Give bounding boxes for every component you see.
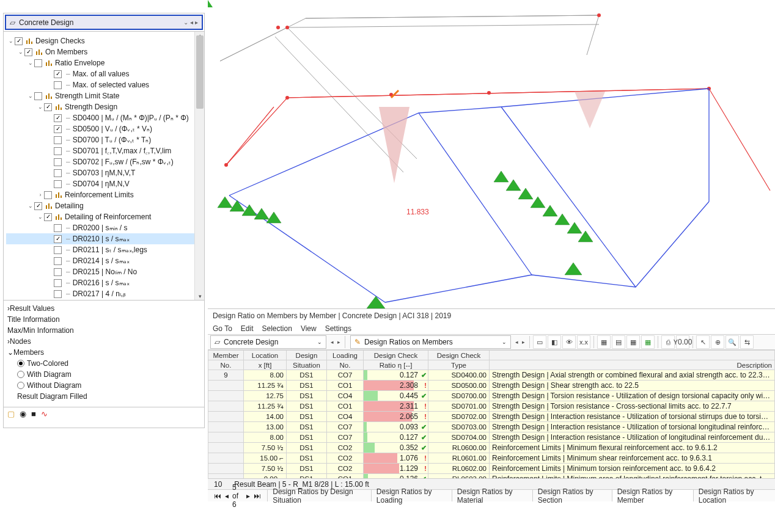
col-type-2[interactable]: Type [428, 360, 490, 370]
tree-checkbox[interactable] [54, 125, 62, 133]
scroll-down-icon[interactable]: ▾ [195, 291, 204, 300]
combo-next-icon[interactable]: ▸ [336, 339, 342, 345]
toolbar-btn-12[interactable]: ⊕ [711, 335, 724, 349]
toolbar-btn-2[interactable]: ◧ [548, 335, 561, 349]
pager-last-icon[interactable]: ⏭ [254, 492, 261, 500]
col-member-2[interactable]: No. [208, 360, 244, 370]
table-row[interactable]: 12.75DS1CO40.445✔SD0700.00Strength Desig… [208, 391, 775, 401]
footer-icon-1[interactable]: ▢ [7, 409, 15, 418]
chevron-down-icon[interactable]: ⌄ [183, 19, 188, 26]
tree-item[interactable]: –DR0211 | sₜ / sₘₐₓ,legs [6, 244, 202, 255]
lower-tree-item[interactable]: ⌄Members [6, 347, 202, 358]
tree-radio[interactable] [17, 382, 24, 389]
tree-checkbox[interactable] [54, 235, 62, 243]
combo-prev-icon[interactable]: ◂ [329, 339, 336, 345]
col-desc-1[interactable] [490, 351, 775, 360]
table-row[interactable]: 13.00DS1CO70.093✔SD0703.00Strength Desig… [208, 422, 775, 432]
results-tab[interactable]: Design Ratios by Design Situation [267, 490, 371, 501]
tree-item[interactable]: ⌄Strength Limit State [6, 90, 202, 101]
toolbar-btn-13[interactable]: 🔍 [725, 335, 739, 349]
tree-caret-icon[interactable]: ⌄ [7, 348, 13, 357]
table-row[interactable]: 98.00DS1CO70.127✔SD0400.00Strength Desig… [208, 370, 775, 381]
chevron-down-icon[interactable]: ⌄ [502, 339, 507, 345]
tree-item[interactable]: ⌄Ratio Envelope [6, 57, 202, 68]
tree-checkbox[interactable] [54, 180, 62, 188]
tree-item[interactable]: –DR0200 | sₘᵢₙ / s [6, 222, 202, 233]
pager-next-icon[interactable]: ▸ [246, 492, 250, 500]
tree-checkbox[interactable] [54, 147, 62, 155]
results-menu-item[interactable]: Edit [241, 324, 254, 333]
toolbar-btn-10[interactable]: Y0.00 [676, 335, 689, 349]
results-menu-item[interactable]: Go To [213, 324, 232, 333]
table-row[interactable]: 8.00DS1CO70.127✔SD0704.00Strength Design… [208, 432, 775, 443]
toolbar-btn-5[interactable]: ▦ [597, 335, 611, 349]
col-ratio-2[interactable]: Ratio η [--] [364, 360, 428, 370]
table-row[interactable]: 11.25 ³⁄₄DS1CO12.311!SD0701.00Strength D… [208, 401, 775, 412]
tree-checkbox[interactable] [44, 191, 52, 199]
model-viewport[interactable]: 11.833 [208, 0, 775, 308]
toolbar-btn-8[interactable]: ▦ [641, 335, 655, 349]
tree-item[interactable]: ⌄Detailing of Reinforcement [6, 211, 202, 222]
tree-item[interactable]: ⌄Design Checks [6, 35, 202, 46]
pager-first-icon[interactable]: ⏮ [214, 492, 221, 500]
tree-checkbox[interactable] [54, 158, 62, 166]
scroll-thumb[interactable] [196, 35, 204, 109]
footer-icon-camera[interactable]: ■ [31, 409, 36, 418]
col-load-1[interactable]: Loading [327, 351, 364, 360]
results-tab[interactable]: Design Ratios by Location [693, 490, 775, 501]
tree-checkbox[interactable] [44, 103, 52, 111]
table-row[interactable]: 11.25 ³⁄₄DS1CO12.308!SD0500.00Strength D… [208, 381, 775, 391]
footer-icon-eye[interactable]: ◉ [20, 409, 26, 418]
combo2-next-icon[interactable]: ▸ [520, 339, 527, 345]
tree-item[interactable]: –DR0215 | Noₗᵢₘ / No [6, 266, 202, 277]
tree-item[interactable]: –SD0400 | Mᵤ / (Mₙ * Φ)|Pᵤ / (Pₙ * Φ) [6, 112, 202, 123]
tree-item[interactable]: ›Reinforcement Limits [6, 189, 202, 200]
results-tab[interactable]: Design Ratios by Loading [371, 490, 452, 501]
tree-item[interactable]: –SD0704 | ηM,N,V [6, 178, 202, 189]
tree-checkbox[interactable] [54, 70, 62, 78]
tree-caret-icon[interactable]: ⌄ [37, 211, 44, 222]
tree-item[interactable]: –DR0214 | s / sₘₐₓ [6, 255, 202, 266]
tree-caret-icon[interactable]: ⌄ [17, 46, 24, 57]
results-tab[interactable]: Design Ratios by Member [612, 490, 693, 501]
lower-tree-item[interactable]: Two-Colored [6, 358, 202, 369]
tree-checkbox[interactable] [54, 169, 62, 177]
nav-prev-icon[interactable]: ◂ [190, 19, 193, 26]
toolbar-btn-4[interactable]: x.x [577, 335, 590, 349]
tree-checkbox[interactable] [54, 290, 62, 298]
chevron-down-icon[interactable]: ⌄ [317, 339, 322, 345]
results-tab[interactable]: Design Ratios by Material [452, 490, 532, 501]
combo2-prev-icon[interactable]: ◂ [513, 339, 520, 345]
tree-item[interactable]: –DR0216 | s / sₘₐₓ [6, 277, 202, 288]
col-sit-2[interactable]: Situation [287, 360, 327, 370]
tree-item[interactable]: –SD0700 | Tᵤ / (Φᵥ,ₜ * Tₙ) [6, 134, 202, 145]
results-table[interactable]: Member Location Design Loading Design Ch… [208, 350, 775, 478]
tree-checkbox[interactable] [54, 246, 62, 254]
table-row[interactable]: 15.00 ⌐DS1CO21.076!RL0601.00Reinforcemen… [208, 453, 775, 464]
tree-checkbox[interactable] [15, 37, 23, 45]
toolbar-btn-6[interactable]: ▤ [612, 335, 625, 349]
toolbar-btn-3[interactable]: 👁 [562, 335, 576, 349]
tree-item[interactable]: –SD0701 | f꜀,T,V,max / f꜀,T,V,lim [6, 145, 202, 156]
lower-tree-item[interactable]: Result Diagram Filled [6, 391, 202, 402]
results-menu-item[interactable]: Settings [325, 324, 351, 333]
col-loc-1[interactable]: Location [244, 351, 287, 360]
table-row[interactable]: 0.00 ⌐DS1CO10.136✔RL0603.00Reinforcement… [208, 474, 775, 479]
tree-checkbox[interactable] [54, 257, 62, 265]
col-load-2[interactable]: No. [327, 360, 364, 370]
results-menu-item[interactable]: View [301, 324, 317, 333]
col-ratio-1[interactable]: Design Check [364, 351, 428, 360]
table-row[interactable]: 14.00DS1CO42.065!SD0702.00Strength Desig… [208, 412, 775, 422]
tree-caret-icon[interactable]: › [37, 189, 44, 200]
toolbar-btn-14[interactable]: ⇆ [740, 335, 754, 349]
results-tab[interactable]: Design Ratios by Section [532, 490, 612, 501]
lower-tree-item[interactable]: ›Result Values [6, 303, 202, 314]
tree-item[interactable]: –SD0702 | Fᵤ,sw / (Fₙ,sw * Φᵥ,ₜ) [6, 156, 202, 167]
tree-caret-icon[interactable]: ⌄ [27, 90, 34, 101]
tree-caret-icon[interactable]: ⌄ [37, 101, 44, 112]
tree-radio[interactable] [17, 371, 24, 378]
toolbar-btn-11[interactable]: ↖ [696, 335, 710, 349]
tree-checkbox[interactable] [24, 48, 32, 56]
toolbar-btn-7[interactable]: ▦ [626, 335, 640, 349]
table-row[interactable]: 7.50 ¹⁄₂DS1CO20.352✔RL0600.00Reinforceme… [208, 443, 775, 453]
